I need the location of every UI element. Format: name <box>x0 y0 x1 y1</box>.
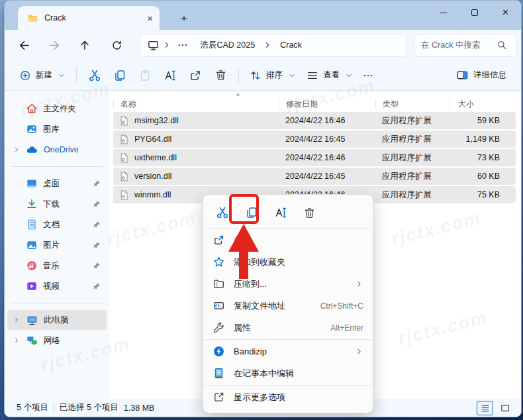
copy-icon <box>113 69 126 82</box>
new-button[interactable]: 新建 <box>14 64 71 87</box>
sort-button[interactable]: 排序 <box>244 64 301 87</box>
breadcrumb-overflow[interactable]: ··· <box>174 38 193 52</box>
maximize-button[interactable] <box>459 1 490 25</box>
sidebar-item-videos[interactable]: 视频 <box>7 276 107 296</box>
navigation-bar: ··· 浩辰CAD 2025 Crack <box>5 30 521 60</box>
sidebar-item-label: OneDrive <box>44 145 79 154</box>
menu-item-label: 显示更多选项 <box>234 392 285 403</box>
navigation-pane: 主文件夹 图库 OneDrive 桌面 <box>5 91 109 399</box>
paste-icon <box>138 69 152 82</box>
column-header-date[interactable]: 修改日期 <box>279 99 375 109</box>
sidebar-item-downloads[interactable]: 下载 <box>7 194 107 214</box>
breadcrumb-item-current[interactable]: Crack <box>275 38 307 52</box>
copy-button[interactable] <box>107 64 132 87</box>
sidebar-item-documents[interactable]: 文档 <box>7 215 107 235</box>
toolbar-separator <box>238 68 239 83</box>
refresh-icon <box>111 40 122 51</box>
back-button[interactable] <box>13 34 35 56</box>
column-header-name[interactable]: 名称 <box>113 99 279 109</box>
sidebar-item-label: 图片 <box>43 240 60 251</box>
back-icon <box>18 39 30 52</box>
chevron-down-icon <box>345 72 353 79</box>
details-pane-button[interactable]: 详细信息 <box>451 64 512 87</box>
sidebar-item-network[interactable]: 网络 <box>7 331 107 350</box>
maximize-icon <box>471 9 478 16</box>
cut-icon <box>216 206 229 219</box>
refresh-button[interactable] <box>105 34 128 56</box>
menu-item-properties[interactable]: 属性 Alt+Enter <box>203 317 373 339</box>
delete-button[interactable] <box>297 202 322 223</box>
breadcrumb-item-parent[interactable]: 浩辰CAD 2025 <box>195 38 261 53</box>
file-row-uxtheme[interactable]: uxtheme.dll 2024/4/22 16:46 应用程序扩展 73 KB <box>113 149 516 166</box>
desktop-icon <box>26 178 38 189</box>
cut-icon <box>88 69 101 82</box>
minimize-icon <box>440 13 447 13</box>
view-button[interactable]: 查看 <box>301 64 358 87</box>
file-type: 应用程序扩展 <box>375 152 450 164</box>
sidebar-item-gallery[interactable]: 图库 <box>7 119 107 139</box>
menu-item-copy-as-path[interactable]: 复制文件地址 Ctrl+Shift+C <box>203 295 373 317</box>
sort-button-label: 排序 <box>266 70 283 81</box>
menu-item-compress-to[interactable]: 压缩到... <box>203 273 373 295</box>
search-box[interactable] <box>414 34 517 57</box>
address-bar[interactable]: ··· 浩辰CAD 2025 Crack <box>140 34 407 57</box>
file-row-msimg32[interactable]: msimg32.dll 2024/4/22 16:46 应用程序扩展 59 KB <box>113 112 516 129</box>
window-controls: × <box>428 1 521 25</box>
file-name: msimg32.dll <box>134 116 179 125</box>
icons-view-toggle[interactable] <box>497 401 513 415</box>
delete-button[interactable] <box>208 64 233 87</box>
view-button-label: 查看 <box>323 70 340 81</box>
file-type: 应用程序扩展 <box>375 134 450 145</box>
more-options-button[interactable]: ··· <box>358 64 379 87</box>
menu-item-bandizip[interactable]: Bandizip <box>203 341 373 362</box>
sidebar-item-music[interactable]: 音乐 <box>7 256 107 276</box>
rename-button[interactable] <box>158 64 183 87</box>
annotation-arrow-head <box>228 224 259 252</box>
column-header-size[interactable]: 大小 <box>450 99 512 109</box>
file-name: version.dll <box>134 172 171 181</box>
details-view-toggle[interactable] <box>477 401 493 415</box>
sidebar-item-onedrive[interactable]: OneDrive <box>7 140 107 160</box>
sidebar-item-label: 音乐 <box>43 260 60 272</box>
new-tab-button[interactable]: + <box>175 10 193 26</box>
minimize-button[interactable] <box>428 1 459 25</box>
menu-item-show-more-options[interactable]: 显示更多选项 <box>203 386 373 408</box>
up-button[interactable] <box>73 34 96 56</box>
search-input[interactable] <box>421 40 497 50</box>
column-headers: ^ 名称 修改日期 类型 大小 <box>113 95 516 112</box>
explorer-tab[interactable]: Crack × <box>18 6 160 30</box>
menu-item-edit-in-notepad[interactable]: 在记事本中编辑 <box>203 362 373 384</box>
sidebar-item-pictures[interactable]: 图片 <box>7 235 107 255</box>
rename-icon <box>164 69 177 82</box>
forward-button[interactable] <box>43 34 66 56</box>
sidebar-item-this-pc[interactable]: 此电脑 <box>7 310 107 330</box>
close-button[interactable]: × <box>490 1 521 25</box>
file-size: 73 KB <box>450 153 512 162</box>
details-pane-label: 详细信息 <box>473 70 506 81</box>
sidebar-item-desktop[interactable]: 桌面 <box>7 174 107 193</box>
forward-icon <box>48 39 61 52</box>
command-toolbar: 新建 排序 查看 ··· 详细信息 <box>5 60 521 91</box>
trash-icon <box>303 207 316 219</box>
documents-icon <box>26 219 38 231</box>
sidebar-item-home[interactable]: 主文件夹 <box>7 99 107 119</box>
show-more-options-icon <box>213 391 225 403</box>
view-icon <box>307 70 318 81</box>
pin-icon <box>92 282 101 291</box>
star-icon <box>213 256 225 268</box>
file-row-pyg64[interactable]: PYG64.dll 2024/4/22 16:45 应用程序扩展 1,149 K… <box>113 131 516 148</box>
rename-button[interactable] <box>268 202 293 223</box>
this-pc-icon[interactable] <box>147 39 160 52</box>
share-button[interactable] <box>183 64 208 87</box>
file-date: 2024/4/22 16:46 <box>279 153 375 162</box>
menu-item-add-favorites[interactable]: 添加到收藏夹 <box>203 251 373 273</box>
column-header-type[interactable]: 类型 <box>375 99 450 109</box>
notepad-icon <box>213 367 225 380</box>
sidebar-item-label: 桌面 <box>43 178 60 189</box>
paste-button[interactable] <box>132 64 158 87</box>
file-row-version[interactable]: version.dll 2024/4/22 16:45 应用程序扩展 60 KB <box>113 168 516 185</box>
cut-button[interactable] <box>82 64 107 87</box>
tab-close-icon[interactable]: × <box>147 13 153 23</box>
details-pane-icon <box>456 69 469 81</box>
trash-icon <box>214 69 227 81</box>
